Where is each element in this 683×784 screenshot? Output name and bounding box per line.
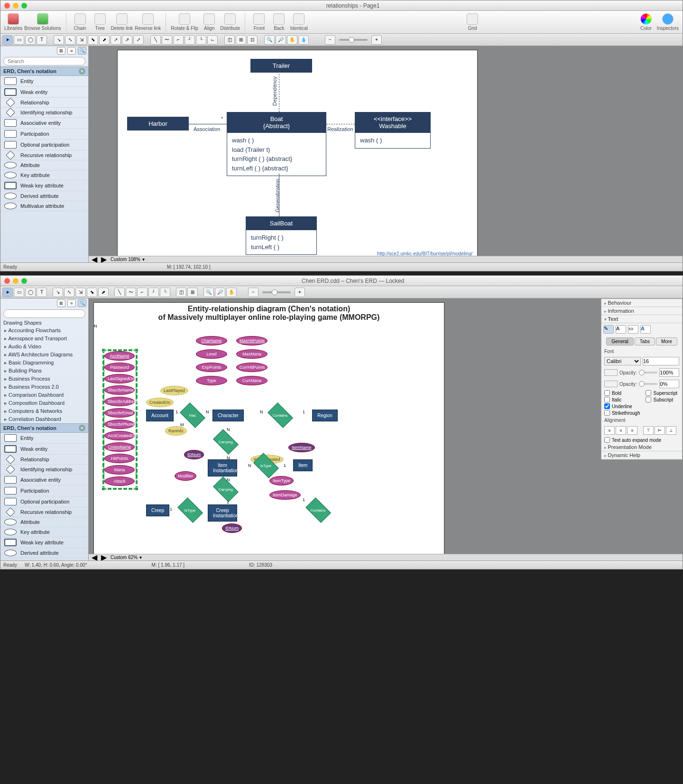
er-rel-contains[interactable]: Contains [268, 402, 293, 428]
er-attribute[interactable]: Password [104, 363, 135, 372]
er-attr-itemdamage[interactable]: ItemDamage [269, 490, 301, 500]
close-library-icon[interactable]: × [79, 68, 85, 75]
er-attr-itemtype[interactable]: ItemType [269, 476, 294, 485]
inspector-section-behaviour[interactable]: Behaviour [601, 299, 682, 307]
inspector-panel[interactable]: Behaviour Information Text ✎ A ▭ A Gener… [601, 299, 683, 460]
conn-tool-3[interactable]: ⇲ [76, 35, 87, 45]
tb-rotate-flip[interactable]: Rotate & Flip [171, 13, 198, 31]
opacity-value-1[interactable] [659, 368, 679, 377]
misc-tool-2[interactable]: ⊞ [236, 35, 246, 45]
tree-item[interactable]: Composition Dashboard [0, 399, 88, 407]
ellipse-tool[interactable]: ◯ [25, 35, 36, 45]
library-item[interactable]: Associative entity [0, 118, 88, 129]
diagram-canvas[interactable]: Entity-relationship diagram (Chen's nota… [93, 302, 444, 559]
tb-back[interactable]: Back [270, 13, 288, 31]
page-nav-prev[interactable]: ◀ [92, 553, 97, 560]
inspector-section-information[interactable]: Information [601, 307, 682, 315]
tree-item[interactable]: AWS Architecture Diagrams [0, 351, 88, 359]
inspector-section-text[interactable]: Text [601, 315, 682, 323]
align-top-btn[interactable]: ⊤ [643, 426, 654, 435]
solution-tree[interactable]: Accounting FlowchartsAerospace and Trans… [0, 327, 88, 423]
tb-distribute[interactable]: Distribute [220, 13, 240, 31]
tree-item[interactable]: Computers & Networks [0, 407, 88, 415]
tab-tabs[interactable]: Tabs [635, 337, 655, 345]
misc-tool-2[interactable]: ⊞ [187, 288, 198, 297]
library-item[interactable]: Relationship [0, 98, 88, 108]
er-attribute[interactable]: Mana [104, 465, 135, 475]
text-color-icon[interactable]: A [616, 325, 626, 334]
chk-superscript[interactable]: Superscript [643, 390, 682, 396]
view-list-btn[interactable]: ≡ [67, 299, 76, 307]
pointer-tool[interactable]: ➤ [2, 35, 13, 45]
er-attribute[interactable]: MaxHitPoints [236, 336, 268, 345]
tree-item[interactable]: Building Plans [0, 367, 88, 375]
close-icon[interactable] [4, 3, 10, 9]
er-attribute[interactable]: CurrHitPoints [236, 363, 268, 372]
tb-delete-link[interactable]: Delete link [111, 13, 133, 31]
tb-identical[interactable]: Identical [290, 13, 308, 31]
er-entity-item[interactable]: Item [293, 459, 313, 471]
er-attribute[interactable]: SbscrbrAddress [104, 397, 135, 406]
chk-bold[interactable]: Bold [601, 390, 643, 396]
conn-tool-1[interactable]: ↘ [54, 35, 64, 45]
er-attribute[interactable]: SbscrbrName [104, 385, 135, 395]
conn-tool-4[interactable]: ⬊ [87, 288, 97, 297]
uml-interface-washable[interactable]: <<interface>>Washable wash ( ) [355, 112, 431, 149]
tb-browse-solutions[interactable]: Browse Solutions [24, 13, 61, 31]
er-attribute[interactable]: HitPoints [104, 454, 135, 463]
library-list[interactable]: EntityWeak entityRelationshipIdentifying… [0, 76, 88, 262]
chk-italic[interactable]: Italic [601, 396, 643, 403]
er-attr-lastplayed[interactable]: LastPlayed [160, 386, 188, 395]
tree-item[interactable]: Basic Diagramming [0, 359, 88, 367]
conn-tool-4[interactable]: ⬊ [88, 35, 98, 45]
tb-color[interactable]: Color [637, 13, 655, 31]
er-attribute[interactable]: SbscrbrEmail [104, 408, 135, 418]
library-header[interactable]: ERD, Chen's notation × [0, 66, 88, 76]
library-item[interactable]: Multivalue attribute [0, 201, 88, 211]
conn-tool-1[interactable]: ↘ [53, 288, 63, 297]
misc-tool-1[interactable]: ◫ [224, 35, 235, 45]
resize-handle[interactable] [135, 348, 138, 352]
hscroll-bar[interactable]: ◀ ▶ Custom 62% ▾ [89, 554, 683, 560]
er-attribute[interactable]: LastSignedOn [104, 374, 135, 383]
library-item[interactable]: Optional participation [0, 140, 88, 150]
line-tool-1[interactable]: ╲ [150, 35, 161, 45]
tab-more[interactable]: More [656, 337, 677, 345]
zoom-out-btn[interactable]: − [248, 288, 258, 297]
zoom-out-tool[interactable]: 🔎 [276, 35, 286, 45]
close-icon[interactable] [4, 278, 10, 284]
er-attribute[interactable]: MaxMana [236, 349, 268, 359]
diagram-canvas[interactable]: Trailer Harbor Boat{Abstract} wash ( )lo… [117, 50, 478, 259]
ellipse-tool[interactable]: ◯ [25, 288, 36, 297]
text-tool[interactable]: T [37, 288, 47, 297]
misc-tool-3[interactable]: ⊡ [247, 35, 258, 45]
zoom-in-tool[interactable]: 🔍 [203, 288, 214, 297]
zoom-in-btn[interactable]: + [295, 288, 305, 297]
er-attribute[interactable]: ExpPoints [196, 363, 227, 372]
line-tool-4[interactable]: ┘ [185, 35, 195, 45]
er-attribute[interactable]: CreepName [104, 442, 135, 452]
library-item[interactable]: Recursive relationship [0, 507, 88, 517]
eyedrop-tool[interactable]: 💧 [298, 35, 309, 45]
chk-subscript[interactable]: Subscript [643, 396, 682, 403]
tree-item[interactable]: Business Process [0, 375, 88, 383]
tb-tree[interactable]: Tree [91, 13, 109, 31]
search-toggle-btn[interactable]: 🔍 [78, 299, 86, 307]
library-item[interactable]: Relationship [0, 455, 88, 465]
opacity-value-2[interactable] [659, 380, 679, 388]
resize-handle[interactable] [102, 348, 105, 352]
tree-item[interactable]: Business Process 2.0 [0, 383, 88, 391]
zoom-out-tool[interactable]: 🔎 [215, 288, 225, 297]
library-item[interactable]: Weak entity [0, 444, 88, 455]
align-middle-btn[interactable]: ⊢ [655, 426, 665, 435]
align-right-btn[interactable]: ≡ [627, 426, 637, 435]
tb-grid[interactable]: Grid [463, 13, 481, 31]
line-tool-3[interactable]: ⌐ [173, 35, 184, 45]
uml-class-trailer[interactable]: Trailer [250, 59, 312, 73]
er-rel-contains2[interactable]: Contains [305, 497, 331, 523]
zoom-dropdown[interactable]: Custom 62% [111, 555, 138, 560]
library-item[interactable]: Derived attribute [0, 191, 88, 201]
library-item[interactable]: Weak key attribute [0, 180, 88, 191]
line-tool-6[interactable]: ⌙ [207, 35, 218, 45]
connector-association[interactable] [189, 124, 227, 124]
